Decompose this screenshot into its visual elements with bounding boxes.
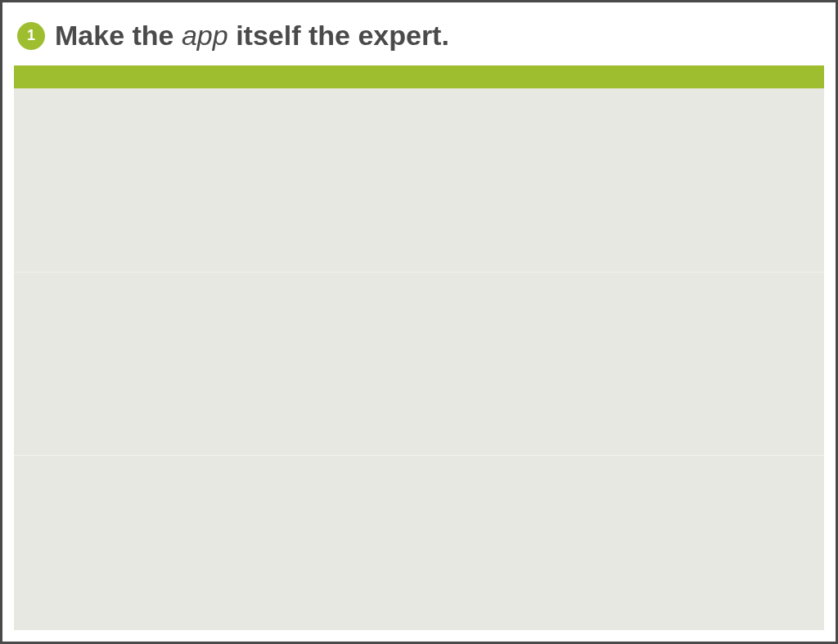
content-panel-2 <box>14 272 824 456</box>
title-before: Make the <box>55 20 182 51</box>
slide-header: 1 Make the app itself the expert. <box>2 2 836 65</box>
slide-container: 1 Make the app itself the expert. <box>0 0 838 644</box>
slide-number: 1 <box>27 27 35 44</box>
content-panels <box>14 88 824 630</box>
content-panel-1 <box>14 88 824 272</box>
slide-number-badge: 1 <box>17 22 45 50</box>
content-panel-3 <box>14 456 824 630</box>
title-italic: app <box>182 20 228 51</box>
slide-title: Make the app itself the expert. <box>55 20 449 51</box>
accent-bar <box>14 65 824 88</box>
title-after: itself the expert. <box>228 20 449 51</box>
